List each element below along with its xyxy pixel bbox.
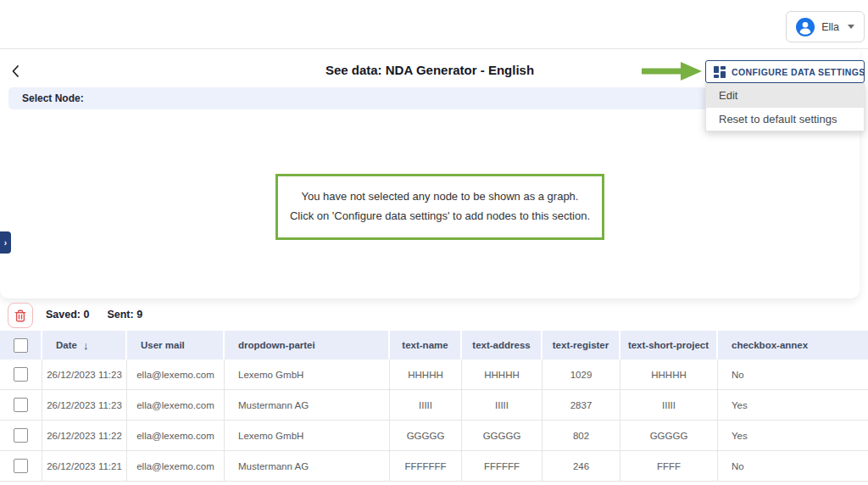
cell-text-register: 246 — [542, 451, 620, 481]
column-header-label: text-short-project — [628, 340, 709, 350]
menu-item-reset[interactable]: Reset to default settings — [706, 107, 864, 131]
column-header-user-mail[interactable]: User mail — [127, 331, 225, 360]
cell-user-mail: ella@lexemo.com — [127, 421, 225, 450]
table-row: 26/12/2023 11:23ella@lexemo.comMusterman… — [0, 390, 868, 421]
cell-text-address: GGGGG — [462, 421, 542, 450]
cell-text-short-project: HHHHH — [620, 360, 718, 389]
cell-text-short-project: IIIII — [620, 390, 718, 420]
column-header-label: User mail — [141, 340, 185, 350]
cell-text-name: FFFFFFF — [390, 451, 462, 481]
cell-text-short-project: FFFF — [620, 451, 718, 481]
user-name: Ella — [821, 21, 839, 33]
cell-user-mail: ella@lexemo.com — [127, 390, 225, 420]
column-header-label: dropdown-partei — [238, 340, 315, 350]
column-header-text-register[interactable]: text-register — [542, 331, 620, 360]
column-header-text-name[interactable]: text-name — [390, 331, 462, 360]
top-bar: Ella — [0, 0, 868, 49]
sent-count: Sent: 9 — [107, 309, 142, 321]
table-row: 26/12/2023 11:22ella@lexemo.comLexemo Gm… — [0, 421, 868, 451]
cell-text-name: HHHHH — [390, 360, 462, 389]
cell-text-register: 2837 — [542, 390, 620, 420]
empty-graph-line1: You have not selected any node to be sho… — [278, 187, 602, 207]
configure-data-settings-button[interactable]: CONFIGURE DATA SETTINGS — [705, 60, 865, 83]
column-header-text-address[interactable]: text-address — [462, 331, 542, 360]
cell-text-address: HHHHH — [462, 360, 542, 389]
row-checkbox[interactable] — [14, 459, 28, 473]
cell-checkbox-annex: Yes — [718, 390, 868, 420]
dashboard-grid-icon — [714, 66, 726, 78]
cell-checkbox-annex: No — [718, 360, 868, 389]
column-header-label: text-name — [402, 340, 448, 350]
select-all-checkbox-cell — [0, 331, 42, 360]
chevron-right-icon: › — [4, 238, 7, 248]
column-header-label: Date — [56, 340, 77, 350]
user-avatar-icon — [796, 18, 815, 36]
empty-graph-message: You have not selected any node to be sho… — [275, 174, 604, 240]
select-all-checkbox[interactable] — [14, 338, 28, 353]
row-checkbox-cell — [0, 451, 42, 481]
cell-date: 26/12/2023 11:23 — [42, 390, 127, 420]
cell-dropdown-partei: Lexemo GmbH — [225, 421, 390, 450]
saved-count: Saved: 0 — [46, 309, 89, 321]
cell-user-mail: ella@lexemo.com — [127, 360, 225, 389]
sidebar-expand-toggle[interactable]: › — [0, 231, 11, 254]
menu-item-edit[interactable]: Edit — [706, 83, 864, 107]
sort-descending-icon[interactable]: ↓ — [83, 339, 89, 352]
cell-text-name: GGGGG — [390, 421, 462, 450]
select-node-label: Select Node: — [8, 92, 84, 104]
chevron-down-icon — [848, 25, 854, 29]
row-checkbox-cell — [0, 421, 42, 450]
empty-graph-line2: Click on 'Configure data settings' to ad… — [278, 207, 602, 226]
row-checkbox[interactable] — [14, 398, 28, 412]
page: Ella See data: NDA Generator - English S… — [0, 0, 868, 485]
column-header-label: checkbox-annex — [732, 340, 808, 350]
pointer-arrow-icon — [642, 60, 703, 82]
cell-dropdown-partei: Mustermann AG — [225, 451, 390, 481]
stats-row: Saved: 0 Sent: 9 — [46, 309, 142, 321]
row-checkbox-cell — [0, 360, 42, 389]
row-checkbox[interactable] — [14, 367, 28, 382]
cell-text-register: 1029 — [542, 360, 620, 389]
row-checkbox[interactable] — [14, 428, 28, 443]
column-header-checkbox-annex[interactable]: checkbox-annex — [718, 331, 868, 360]
table-row: 26/12/2023 11:21ella@lexemo.comMusterman… — [0, 451, 868, 482]
table-row: 26/12/2023 11:23ella@lexemo.comLexemo Gm… — [0, 360, 868, 390]
cell-checkbox-annex: No — [718, 451, 868, 481]
cell-date: 26/12/2023 11:22 — [42, 421, 127, 450]
configure-button-label: CONFIGURE DATA SETTINGS — [732, 67, 865, 77]
cell-date: 26/12/2023 11:23 — [42, 360, 127, 389]
cell-text-address: FFFFFF — [462, 451, 542, 481]
column-header-label: text-register — [553, 340, 609, 350]
user-menu-button[interactable]: Ella — [786, 11, 865, 42]
cell-user-mail: ella@lexemo.com — [127, 451, 225, 481]
cell-text-register: 802 — [542, 421, 620, 450]
cell-date: 26/12/2023 11:21 — [42, 451, 127, 481]
delete-selected-button[interactable] — [8, 303, 33, 328]
cell-dropdown-partei: Mustermann AG — [225, 390, 390, 420]
cell-text-address: IIIII — [462, 390, 542, 420]
column-header-text-short-project[interactable]: text-short-project — [620, 331, 718, 360]
cell-text-name: IIIII — [390, 390, 462, 420]
cell-dropdown-partei: Lexemo GmbH — [225, 360, 390, 389]
configure-menu: Edit Reset to default settings — [705, 83, 865, 131]
data-table: Date↓User maildropdown-parteitext-namete… — [0, 331, 868, 482]
column-header-label: text-address — [472, 340, 530, 350]
table-header-row: Date↓User maildropdown-parteitext-namete… — [0, 331, 868, 360]
cell-checkbox-annex: Yes — [718, 421, 868, 450]
column-header-dropdown-partei[interactable]: dropdown-partei — [225, 331, 390, 360]
cell-text-short-project: GGGGG — [620, 421, 718, 450]
column-header-date[interactable]: Date↓ — [42, 331, 127, 360]
row-checkbox-cell — [0, 390, 42, 420]
trash-icon — [14, 309, 26, 322]
